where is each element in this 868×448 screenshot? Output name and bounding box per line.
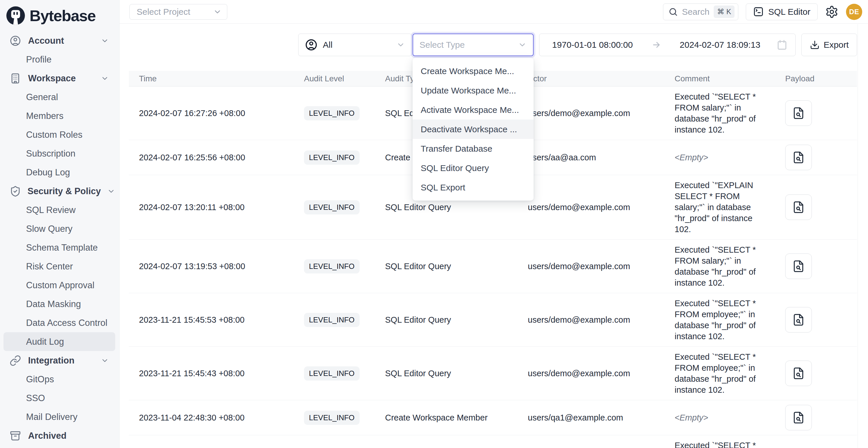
date-range-picker[interactable]: 1970-01-01 08:00:00 2024-02-07 18:09:13	[539, 34, 796, 56]
chevron-down-icon	[101, 37, 109, 45]
menu-item-activate-workspace-me[interactable]: Activate Workspace Me...	[412, 100, 534, 120]
cell-actor: users/demo@example.com	[526, 315, 664, 325]
cell-time: 2024-02-07 13:20:11 +08:00	[129, 202, 301, 212]
cell-audit-type: SQL Editor Query	[376, 369, 526, 378]
sidebar-item-schema-template[interactable]: Schema Template	[0, 238, 119, 257]
audit-level-badge: LEVEL_INFO	[304, 366, 360, 381]
cell-time: 2024-02-07 16:25:56 +08:00	[129, 153, 301, 162]
sidebar-item-account[interactable]: Account	[0, 31, 119, 50]
avatar[interactable]: DE	[846, 4, 862, 20]
menu-item-deactivate-workspace[interactable]: Deactivate Workspace ...	[412, 120, 534, 139]
file-search-icon	[792, 411, 805, 424]
sidebar-item-profile[interactable]: Profile	[0, 50, 119, 69]
brand-logo[interactable]: Bytebase	[0, 0, 119, 26]
audit-level-badge: LEVEL_INFO	[304, 411, 360, 425]
search-icon	[669, 7, 678, 17]
cell-time: 2023-11-21 15:45:43 +08:00	[129, 369, 301, 378]
sidebar-item-custom-roles[interactable]: Custom Roles	[0, 125, 119, 144]
column-header-actor: Actor	[526, 74, 664, 83]
menu-item-create-workspace-me[interactable]: Create Workspace Me...	[412, 61, 534, 81]
sidebar-item-custom-approval[interactable]: Custom Approval	[0, 276, 119, 295]
file-search-icon	[792, 367, 805, 380]
payload-view-button[interactable]	[785, 100, 812, 126]
sidebar-item-slow-query[interactable]: Slow Query	[0, 219, 119, 238]
cell-time: 2023-11-04 22:48:30 +08:00	[129, 413, 301, 422]
sidebar-item-data-masking[interactable]: Data Masking	[0, 295, 119, 313]
file-search-icon	[792, 260, 805, 273]
audit-level-badge: LEVEL_INFO	[304, 200, 360, 215]
sidebar-item-data-access-control[interactable]: Data Access Control	[0, 313, 119, 332]
search-input[interactable]: Search ⌘ K	[663, 3, 738, 20]
cell-actor: users/demo@example.com	[526, 202, 664, 212]
audit-level-badge: LEVEL_INFO	[304, 259, 360, 274]
column-header-audit-level: Audit Level	[301, 74, 376, 83]
menu-item-transfer-database[interactable]: Transfer Database	[412, 139, 534, 158]
sidebar-item-debug-log[interactable]: Debug Log	[0, 163, 119, 182]
sidebar-item-integration[interactable]: Integration	[0, 351, 119, 370]
cell-time: 2024-02-07 16:27:26 +08:00	[129, 108, 301, 118]
sidebar-item-archived[interactable]: Archived	[0, 426, 119, 445]
export-button[interactable]: Export	[801, 34, 857, 56]
table-row: 2023-11-21 15:45:43 +08:00 LEVEL_INFO SQ…	[129, 347, 857, 400]
topbar-right: Search ⌘ K SQL Editor DE	[663, 3, 862, 20]
payload-view-button[interactable]	[785, 254, 812, 279]
menu-item-sql-editor-query[interactable]: SQL Editor Query	[412, 158, 534, 178]
file-search-icon	[792, 313, 805, 326]
cell-actor: users/aa@aa.com	[526, 153, 664, 162]
search-shortcut-badge: ⌘ K	[714, 5, 735, 18]
brand-name: Bytebase	[30, 7, 96, 25]
actor-filter-select[interactable]: All	[298, 34, 412, 56]
sidebar-item-workspace[interactable]: Workspace	[0, 69, 119, 88]
table-row: 2023-11-21 15:45:53 +08:00 LEVEL_INFO SQ…	[129, 293, 857, 347]
sidebar-item-security-policy[interactable]: Security & Policy	[0, 182, 119, 200]
archive-icon	[9, 430, 22, 442]
terminal-icon	[753, 6, 764, 17]
project-select-placeholder: Select Project	[137, 7, 190, 17]
date-range-start: 1970-01-01 08:00:00	[552, 40, 633, 50]
sidebar-item-risk-center[interactable]: Risk Center	[0, 257, 119, 276]
cell-comment: <Empty>	[664, 412, 777, 423]
sidebar-item-members[interactable]: Members	[0, 106, 119, 125]
payload-view-button[interactable]	[785, 361, 812, 386]
building-icon	[9, 72, 22, 85]
project-select[interactable]: Select Project	[129, 4, 227, 20]
menu-item-update-workspace-me[interactable]: Update Workspace Me...	[412, 81, 534, 100]
sidebar-item-mail-delivery[interactable]: Mail Delivery	[0, 408, 119, 426]
table-row: 2024-02-07 13:19:53 +08:00 LEVEL_INFO SQ…	[129, 239, 857, 293]
topbar: Select Project Search ⌘ K SQL Editor	[120, 0, 868, 24]
sidebar: Bytebase Account Profile Workspace Gener…	[0, 0, 120, 448]
sidebar-item-subscription[interactable]: Subscription	[0, 144, 119, 163]
table-row: 2023-11-04 21:26:34 +08:00 LEVEL_INFO SQ…	[129, 435, 857, 448]
sidebar-item-sso[interactable]: SSO	[0, 389, 119, 408]
sql-editor-button-label: SQL Editor	[768, 7, 810, 17]
type-filter-dropdown-menu: Create Workspace Me...Update Workspace M…	[412, 58, 534, 200]
cell-audit-type: SQL Editor Query	[376, 315, 526, 325]
shield-check-icon	[9, 185, 21, 197]
sidebar-item-general[interactable]: General	[0, 88, 119, 106]
sidebar-nav: Account Profile Workspace General Member…	[0, 26, 119, 445]
payload-view-button[interactable]	[785, 307, 812, 332]
column-header-comment: Comment	[664, 74, 777, 83]
cell-actor: users/qa1@example.com	[526, 413, 664, 422]
payload-view-button[interactable]	[785, 145, 812, 170]
sidebar-item-sql-review[interactable]: SQL Review	[0, 200, 119, 219]
audit-level-badge: LEVEL_INFO	[304, 106, 360, 120]
audit-level-badge: LEVEL_INFO	[304, 151, 360, 165]
sidebar-item-gitops[interactable]: GitOps	[0, 370, 119, 389]
gear-icon[interactable]	[825, 5, 838, 19]
user-circle-icon	[9, 35, 22, 47]
cell-actor: users/demo@example.com	[526, 262, 664, 271]
sidebar-item-audit-log[interactable]: Audit Log	[3, 332, 115, 351]
chevron-down-icon	[101, 74, 109, 83]
payload-view-button[interactable]	[785, 405, 812, 430]
payload-view-button[interactable]	[785, 194, 812, 220]
file-search-icon	[792, 201, 805, 214]
cell-comment: Executed `"SELECT * FROM salary;"` in da…	[664, 91, 777, 135]
scroll-divider	[858, 24, 858, 448]
sql-editor-button[interactable]: SQL Editor	[746, 3, 817, 20]
menu-item-sql-export[interactable]: SQL Export	[412, 178, 534, 197]
cell-actor: users/demo@example.com	[526, 369, 664, 378]
search-placeholder: Search	[682, 7, 709, 17]
cell-time: 2024-02-07 13:19:53 +08:00	[129, 262, 301, 271]
type-filter-select[interactable]: Select Type	[412, 34, 534, 56]
